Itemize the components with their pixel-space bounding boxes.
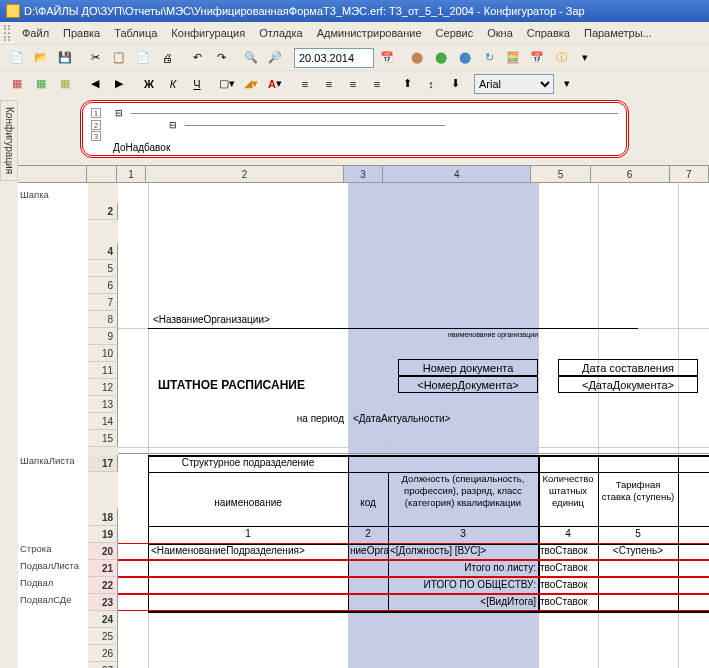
- font-color-icon[interactable]: А▾: [264, 73, 286, 95]
- align-justify-icon[interactable]: ≡: [366, 73, 388, 95]
- cell-row-org[interactable]: ниеОрга: [350, 545, 389, 556]
- cell-docnum[interactable]: <НомерДокумента>: [398, 376, 538, 393]
- cell-row-name[interactable]: <НаименованиеПодразделения>: [151, 545, 305, 556]
- cut-icon[interactable]: ✂: [84, 47, 106, 69]
- rownum[interactable]: 19: [88, 526, 118, 543]
- find-icon[interactable]: 🔍: [240, 47, 262, 69]
- zoom-icon[interactable]: 🔎: [264, 47, 286, 69]
- cell-org-small[interactable]: наименование организации: [448, 331, 538, 338]
- group-level-1[interactable]: 1: [91, 108, 101, 118]
- spreadsheet[interactable]: 1 2 3 4 5 6 7 Шапка ШапкаЛиста Строка По…: [18, 165, 709, 668]
- menu-admin[interactable]: Администрирование: [311, 25, 428, 41]
- menu-edit[interactable]: Правка: [57, 25, 106, 41]
- rownum[interactable]: 5: [88, 260, 118, 277]
- cell-icon[interactable]: ▦: [30, 73, 52, 95]
- bold-icon[interactable]: Ж: [138, 73, 160, 95]
- align-left-icon[interactable]: ≡: [294, 73, 316, 95]
- cell-itogo-list-q[interactable]: твоСтавок: [540, 562, 588, 573]
- cell-icon[interactable]: ▦: [6, 73, 28, 95]
- cell-n5[interactable]: 5: [598, 528, 678, 539]
- font-select[interactable]: Arial: [474, 74, 554, 94]
- fill-icon[interactable]: ◢▾: [240, 73, 262, 95]
- cell-docdate[interactable]: <ДатаДокумента>: [558, 376, 698, 393]
- undo-icon[interactable]: ↶: [186, 47, 208, 69]
- help-icon[interactable]: ⓘ: [550, 47, 572, 69]
- underline-icon[interactable]: Ч: [186, 73, 208, 95]
- cell-itogo-list[interactable]: Итого по листу:: [390, 562, 536, 573]
- col-header-7[interactable]: 7: [670, 165, 709, 182]
- menu-file[interactable]: Файл: [16, 25, 55, 41]
- cell-tariff[interactable]: Тарифная ставка (ступень): [600, 479, 676, 503]
- rownum[interactable]: 23: [88, 594, 118, 611]
- rownum[interactable]: 27: [88, 662, 118, 668]
- rownum[interactable]: 2: [88, 203, 118, 220]
- col-header-6[interactable]: 6: [591, 165, 670, 182]
- cell-naim[interactable]: наименование: [148, 483, 348, 523]
- menu-windows[interactable]: Окна: [481, 25, 519, 41]
- redo-icon[interactable]: ↷: [210, 47, 232, 69]
- cell-kod[interactable]: код: [348, 483, 388, 523]
- open-icon[interactable]: 📂: [30, 47, 52, 69]
- italic-icon[interactable]: К: [162, 73, 184, 95]
- grid-body[interactable]: <НазваниеОрганизации> наименование орган…: [118, 183, 709, 668]
- cell-period-val[interactable]: <ДатаАктуальности>: [353, 413, 450, 424]
- new-icon[interactable]: 📄: [6, 47, 28, 69]
- valign-mid-icon[interactable]: ↕: [420, 73, 442, 95]
- tool-icon[interactable]: ⬤: [454, 47, 476, 69]
- rownum[interactable]: 26: [88, 645, 118, 662]
- border-icon[interactable]: ▢▾: [216, 73, 238, 95]
- rownum[interactable]: 8: [88, 311, 118, 328]
- rownum[interactable]: 17: [88, 455, 118, 472]
- cell-position[interactable]: Должность (специальность, профессия), ра…: [390, 473, 536, 509]
- align-right-icon[interactable]: ≡: [342, 73, 364, 95]
- cell-vid-itoga[interactable]: <[ВидИтога]: [390, 596, 536, 607]
- col-header-1[interactable]: 1: [117, 165, 147, 182]
- grip-icon[interactable]: [4, 25, 10, 41]
- cell-n2[interactable]: 2: [348, 528, 388, 539]
- calc-icon[interactable]: 🧮: [502, 47, 524, 69]
- group-level-2[interactable]: 2: [91, 120, 101, 130]
- arrow-left-icon[interactable]: ◀: [84, 73, 106, 95]
- col-header-2[interactable]: 2: [146, 165, 343, 182]
- cell-docdate-hdr[interactable]: Дата составления: [558, 359, 698, 376]
- rownum[interactable]: 22: [88, 577, 118, 594]
- col-header-3[interactable]: 3: [344, 165, 383, 182]
- print-icon[interactable]: 🖨: [156, 47, 178, 69]
- cell-itogo-ob-q[interactable]: твоСтавок: [540, 579, 588, 590]
- group-level-3[interactable]: 3: [91, 131, 101, 141]
- menu-config[interactable]: Конфигурация: [165, 25, 251, 41]
- rownum[interactable]: 25: [88, 628, 118, 645]
- cell-period-lbl[interactable]: на период: [288, 413, 344, 424]
- tool-icon[interactable]: ⬤: [430, 47, 452, 69]
- rownum[interactable]: 10: [88, 345, 118, 362]
- menu-table[interactable]: Таблица: [108, 25, 163, 41]
- cell-struct-hdr[interactable]: Структурное подразделение: [148, 457, 348, 472]
- cell-main-title[interactable]: ШТАТНОЕ РАСПИСАНИЕ: [158, 378, 305, 392]
- menu-debug[interactable]: Отладка: [253, 25, 308, 41]
- rownum[interactable]: 7: [88, 294, 118, 311]
- cell-vid-q[interactable]: твоСтавок: [540, 596, 588, 607]
- cell-org-name[interactable]: <НазваниеОрганизации>: [153, 314, 270, 325]
- calendar-icon[interactable]: 📅: [526, 47, 548, 69]
- cell-docnum-hdr[interactable]: Номер документа: [398, 359, 538, 376]
- rownum[interactable]: 24: [88, 611, 118, 628]
- cell-n4[interactable]: 4: [538, 528, 598, 539]
- menu-service[interactable]: Сервис: [430, 25, 480, 41]
- rownum[interactable]: 15: [88, 430, 118, 447]
- rownum[interactable]: 14: [88, 413, 118, 430]
- col-header-5[interactable]: 5: [531, 165, 590, 182]
- paste-icon[interactable]: 📄: [132, 47, 154, 69]
- rownum[interactable]: 21: [88, 560, 118, 577]
- rownum[interactable]: 12: [88, 379, 118, 396]
- cell-row-stup[interactable]: <Ступень>: [608, 545, 668, 556]
- dropdown-icon[interactable]: ▾: [574, 47, 596, 69]
- rownum[interactable]: 13: [88, 396, 118, 413]
- cell-n3[interactable]: 3: [388, 528, 538, 539]
- col-header-4[interactable]: 4: [383, 165, 531, 182]
- rownum[interactable]: 9: [88, 328, 118, 345]
- rownum[interactable]: 6: [88, 277, 118, 294]
- tool-icon[interactable]: ⬤: [406, 47, 428, 69]
- save-icon[interactable]: 💾: [54, 47, 76, 69]
- valign-top-icon[interactable]: ⬆: [396, 73, 418, 95]
- valign-bot-icon[interactable]: ⬇: [444, 73, 466, 95]
